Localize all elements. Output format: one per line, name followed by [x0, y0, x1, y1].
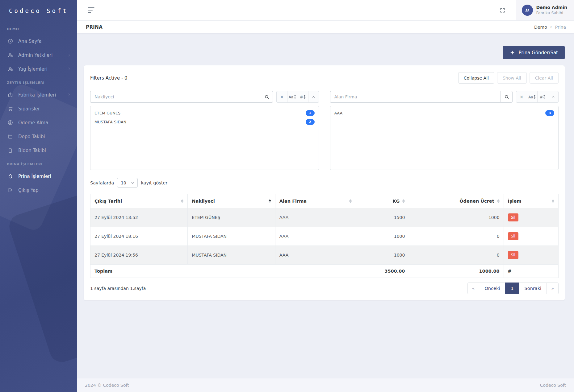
- list-item[interactable]: ETEM GÜNEŞ1: [90, 109, 319, 118]
- column-header-i-lem[interactable]: İşlem: [504, 194, 558, 208]
- main-column: Demo Admin Fabrika Sahibi PRINA Demo › P…: [77, 0, 574, 392]
- menu-toggle-icon[interactable]: [86, 6, 96, 14]
- sidebar-item-ya-i-lemleri[interactable]: Yağ İşlemleri: [0, 62, 77, 76]
- cell-action: Sil: [504, 208, 558, 227]
- nakliyeci-search-input[interactable]: [90, 91, 261, 103]
- sidebar-item-admin-yetkileri[interactable]: Admin Yetkileri: [0, 48, 77, 62]
- breadcrumb-current: Prina: [555, 25, 566, 30]
- list-item[interactable]: AAA3: [330, 109, 559, 118]
- column-header-denen-cret[interactable]: Ödenen Ücret: [409, 194, 504, 208]
- list-item-label: MUSTAFA SIDAN: [94, 120, 126, 124]
- cell-exit-date: 27 Eylül 2024 18:16: [90, 227, 188, 246]
- alpha-sort-icon[interactable]: Aa: [287, 91, 298, 102]
- fullscreen-icon[interactable]: [496, 4, 509, 16]
- footer-copyright: 2024 © Codeco Soft: [85, 383, 129, 388]
- user-menu[interactable]: Demo Admin Fabrika Sahibi: [516, 0, 574, 20]
- delete-button[interactable]: Sil: [508, 213, 518, 221]
- previous-page-button[interactable]: Önceki: [479, 283, 505, 294]
- droplet-icon: [7, 173, 13, 179]
- total-paid: 1000.00: [409, 265, 504, 278]
- titlebar: PRINA Demo › Prina: [77, 21, 574, 33]
- box-arrow-icon: [7, 92, 13, 98]
- sidebar-item-label: Admin Yetkileri: [18, 52, 62, 58]
- filter-panel-nakliyeci: × Aa # ETEM GÜNEŞ1MUSTAFA SIDAN2: [90, 91, 319, 170]
- clear-filter-icon[interactable]: ×: [516, 91, 527, 102]
- footer-brand: Codeco Soft: [540, 383, 566, 388]
- breadcrumb-root[interactable]: Demo: [534, 25, 547, 30]
- user-lock-icon: [7, 66, 13, 72]
- collapse-panel-icon[interactable]: [308, 91, 319, 102]
- table-header-row: Çıkış TarihiNakliyeciAlan FirmaKGÖdenen …: [90, 194, 559, 208]
- clear-all-button[interactable]: Clear All: [530, 72, 559, 84]
- search-icon[interactable]: [501, 91, 513, 103]
- page-size-prefix: Sayfalarda: [90, 180, 114, 185]
- pagination: « Önceki 1 Sonraki »: [467, 283, 559, 294]
- user-role: Fabrika Sahibi: [536, 10, 567, 15]
- next-page-button[interactable]: Sonraki: [519, 283, 547, 294]
- column-header-nakliyeci[interactable]: Nakliyeci: [188, 194, 275, 208]
- cell-carrier: MUSTAFA SIDAN: [188, 246, 275, 265]
- sidebar-item-ana-sayfa[interactable]: Ana Sayfa: [0, 34, 77, 48]
- page-size-select[interactable]: 10: [117, 178, 138, 188]
- clear-filter-icon[interactable]: ×: [277, 91, 287, 102]
- collapse-all-button[interactable]: Collapse All: [458, 72, 494, 84]
- table-total-row: Toplam 3500.00 1000.00 #: [90, 265, 559, 278]
- collapse-panel-icon[interactable]: [548, 91, 558, 102]
- avatar: [522, 5, 533, 16]
- brand-logo[interactable]: Codeco Soft: [0, 0, 77, 14]
- count-badge: 1: [306, 110, 315, 116]
- show-all-button[interactable]: Show All: [497, 72, 527, 84]
- cell-exit-date: 27 Eylül 2024 13:52: [90, 208, 188, 227]
- sidebar-item-label: Yağ İşlemleri: [18, 66, 62, 72]
- sort-icon: [552, 199, 554, 203]
- sidebar-item-label: Fabrika İşlemleri: [18, 92, 62, 98]
- numeric-sort-icon[interactable]: #: [298, 91, 308, 102]
- sidebar-item-k-yap[interactable]: Çıkış Yap: [0, 183, 77, 197]
- column-header-alan-firma[interactable]: Alan Firma: [275, 194, 356, 208]
- topbar: Demo Admin Fabrika Sahibi: [77, 0, 574, 21]
- delete-button[interactable]: Sil: [508, 251, 518, 259]
- filter-controls: × Aa #: [516, 91, 559, 103]
- sidebar-item-bidon-takibi[interactable]: Bidon Takibi: [0, 143, 77, 157]
- sidebar-item-prina-i-lemleri[interactable]: Prina İşlemleri: [0, 169, 77, 183]
- chevron-right-icon: [67, 93, 71, 97]
- alan-firma-list: AAA3: [330, 106, 559, 170]
- sidebar-item-fabrika-i-lemleri[interactable]: Fabrika İşlemleri: [0, 88, 77, 102]
- column-header-k-tarihi[interactable]: Çıkış Tarihi: [90, 194, 188, 208]
- sidebar-background: [6, 190, 77, 365]
- delete-button[interactable]: Sil: [508, 232, 518, 240]
- first-page-button[interactable]: «: [467, 283, 480, 294]
- page-title: PRINA: [86, 24, 103, 30]
- table-row: 27 Eylül 2024 13:52ETEM GÜNEŞAAA15001000…: [90, 208, 559, 227]
- search-icon[interactable]: [261, 91, 273, 103]
- content: Prina Gönder/Sat Filters Active - 0 Coll…: [77, 33, 574, 378]
- sidebar-item-depo-takibi[interactable]: Depo Takibi: [0, 130, 77, 143]
- chevron-right-icon: ›: [550, 25, 552, 29]
- sidebar-item-label: Ana Sayfa: [18, 39, 71, 44]
- sidebar-nav: DEMOAna SayfaAdmin YetkileriYağ İşlemler…: [0, 14, 77, 197]
- footer: 2024 © Codeco Soft Codeco Soft: [77, 378, 574, 392]
- alan-firma-search-input[interactable]: [330, 91, 501, 103]
- plus-icon: [510, 50, 515, 55]
- cell-paid: 0: [409, 246, 504, 265]
- sidebar-item-deme-alma[interactable]: Ödeme Alma: [0, 116, 77, 130]
- total-label: Toplam: [90, 265, 356, 278]
- alpha-sort-icon[interactable]: Aa: [527, 91, 537, 102]
- sidebar-item-label: Ödeme Alma: [18, 120, 71, 126]
- nakliyeci-list: ETEM GÜNEŞ1MUSTAFA SIDAN2: [90, 106, 319, 170]
- current-page-button[interactable]: 1: [505, 283, 519, 294]
- column-label: KG: [392, 199, 400, 204]
- column-label: Çıkış Tarihi: [94, 199, 122, 204]
- sidebar-item-label: Siparişler: [18, 106, 71, 112]
- column-header-kg[interactable]: KG: [356, 194, 409, 208]
- breadcrumb: Demo › Prina: [534, 25, 566, 30]
- sidebar: Codeco Soft DEMOAna SayfaAdmin Yetkileri…: [0, 0, 77, 392]
- numeric-sort-icon[interactable]: #: [537, 91, 548, 102]
- cart-icon: [7, 106, 13, 112]
- list-item[interactable]: MUSTAFA SIDAN2: [90, 118, 319, 126]
- user-lock-icon: [7, 52, 13, 58]
- last-page-button[interactable]: »: [547, 283, 559, 294]
- prina-send-sell-button[interactable]: Prina Gönder/Sat: [503, 46, 565, 59]
- filters-active-label: Filters Active - 0: [90, 75, 128, 81]
- sidebar-item-sipari-ler[interactable]: Siparişler: [0, 102, 77, 116]
